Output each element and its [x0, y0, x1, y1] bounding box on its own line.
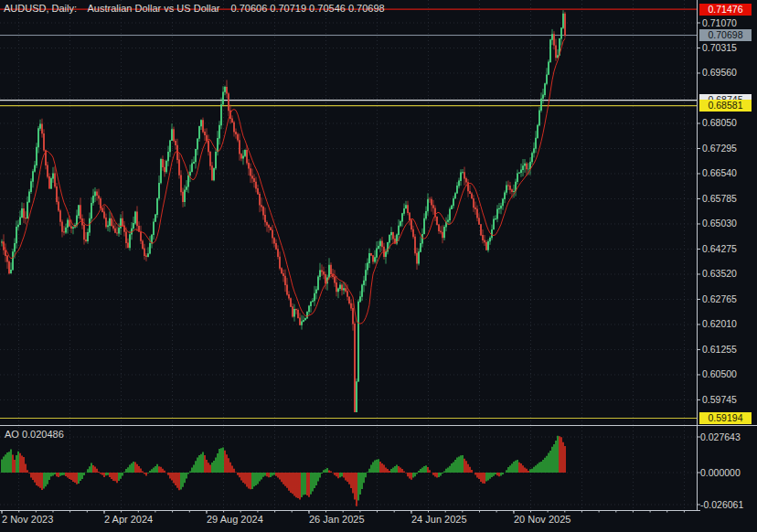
- price-tick-label: 0.65785: [702, 193, 737, 204]
- date-tick-label: 29 Aug 2024: [207, 514, 263, 525]
- chart-title: AUDUSD, Daily: Australian Dollar vs US D…: [4, 2, 393, 15]
- ao-axis-label: -0.026061: [700, 499, 743, 510]
- price-tick-label: 0.61255: [702, 344, 737, 355]
- price-tick-label: 0.64275: [702, 243, 737, 254]
- ao-bars-falling: [13, 436, 565, 506]
- vertical-gridlines: [19, 0, 685, 509]
- price-tick-label: 0.65030: [702, 218, 737, 229]
- ao-axis-label: 0.000000: [700, 467, 741, 478]
- horizontal-gridlines: [0, 23, 697, 505]
- down-candle-wicks: [4, 12, 565, 412]
- price-chart-canvas[interactable]: 0.710700.703150.695600.680500.672950.665…: [0, 0, 757, 532]
- ao-bars-rising: [2, 436, 558, 501]
- price-tick-label: 0.60500: [702, 368, 737, 379]
- price-tick-label: 0.71070: [702, 17, 737, 28]
- chart-ohlc-values: 0.70606 0.70719 0.70546 0.70698: [230, 3, 384, 14]
- date-tick-label: 2 Apr 2024: [104, 514, 153, 525]
- date-tick-label: 24 Jun 2025: [411, 514, 467, 525]
- price-tick-label: 0.63520: [702, 268, 737, 279]
- price-marker-yellow-upper: 0.68581: [699, 100, 752, 112]
- price-tick-label: 0.66540: [702, 167, 737, 178]
- price-tick-label: 0.67295: [702, 143, 737, 154]
- price-tick-label: 0.69560: [702, 67, 737, 78]
- ao-axis-label: 0.027643: [700, 431, 741, 442]
- ao-indicator-label: AO 0.020486: [5, 429, 64, 440]
- date-tick-label: 20 Nov 2025: [514, 514, 570, 525]
- price-marker-yellow-lower: 0.59194: [699, 412, 752, 424]
- chart-description: Australian Dollar vs US Dollar: [88, 3, 220, 14]
- price-marker-alert-high: 0.71476: [699, 4, 752, 16]
- price-tick-label: 0.68050: [702, 117, 737, 128]
- up-candle-wicks: [2, 10, 563, 412]
- price-tick-label: 0.59745: [702, 394, 737, 405]
- price-tick-label: 0.70315: [702, 42, 737, 53]
- price-tick-label: 0.62765: [702, 293, 737, 304]
- chart-symbol-period: AUDUSD, Daily:: [4, 3, 77, 14]
- date-tick-label: 26 Jan 2025: [309, 514, 365, 525]
- price-tick-label: 0.62010: [702, 318, 737, 329]
- date-tick-label: 2 Nov 2023: [2, 514, 53, 525]
- price-marker-bid: 0.70698: [699, 29, 752, 41]
- mt5-chart-window: 0.710700.703150.695600.680500.672950.665…: [0, 0, 757, 532]
